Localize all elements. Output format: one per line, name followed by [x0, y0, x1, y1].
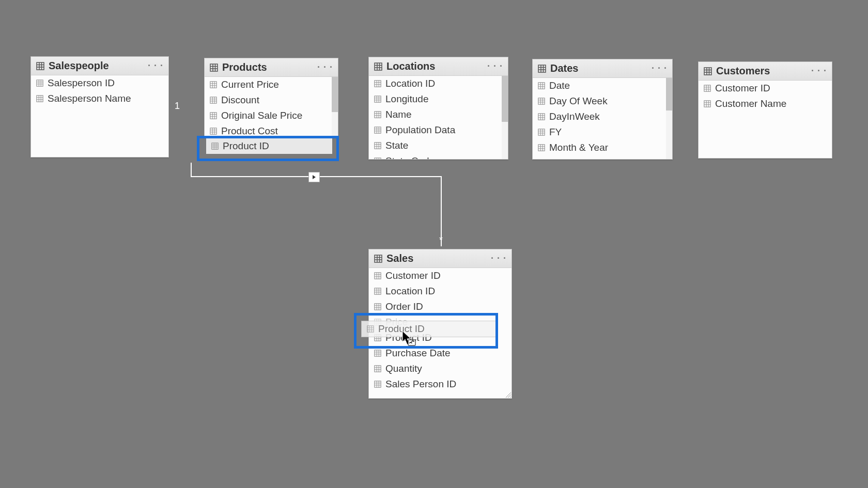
field-label: Quantity	[385, 363, 422, 374]
field-label: Month & Year	[549, 142, 608, 153]
svg-rect-25	[210, 97, 216, 103]
svg-rect-50	[375, 81, 381, 87]
field-sales-customer-id[interactable]: Customer ID	[369, 268, 512, 284]
scrollbar-thumb[interactable]	[502, 76, 508, 122]
table-title: Products	[222, 61, 267, 73]
field-salesperson-id[interactable]: Salesperson ID	[31, 75, 168, 91]
field-dayinweek[interactable]: DayInWeek	[533, 109, 672, 124]
svg-rect-90	[538, 98, 545, 104]
field-list[interactable]: Current Price Discount Original Sale Pri…	[205, 77, 338, 136]
field-sales-purchase-date[interactable]: Purchase Date	[369, 345, 512, 361]
model-canvas[interactable]: 1 * Salespeople · · · Salesperson ID Sal…	[0, 0, 868, 488]
table-options-icon[interactable]: · · ·	[491, 253, 506, 264]
table-icon	[704, 67, 712, 75]
field-name[interactable]: Name	[369, 107, 508, 122]
field-longitude[interactable]: Longitude	[369, 91, 508, 107]
column-icon	[36, 80, 43, 87]
column-icon	[538, 98, 545, 105]
table-header[interactable]: Products · · ·	[205, 58, 338, 77]
field-label: Product Cost	[221, 125, 278, 136]
field-sales-salesperson-id[interactable]: Sales Person ID	[369, 376, 512, 392]
column-icon	[211, 143, 219, 150]
table-header[interactable]: Locations · · ·	[369, 57, 508, 76]
svg-rect-115	[704, 85, 710, 91]
table-header[interactable]: Salespeople · · ·	[31, 57, 168, 75]
field-fy[interactable]: FY	[533, 124, 672, 140]
table-options-icon[interactable]: · · ·	[487, 61, 503, 72]
table-header[interactable]: Dates · · ·	[533, 59, 672, 78]
column-icon	[210, 97, 217, 104]
resize-grip-icon[interactable]	[506, 392, 511, 398]
table-customers[interactable]: Customers · · · Customer ID Customer Nam…	[698, 61, 832, 159]
field-day-of-week[interactable]: Day Of Week	[533, 93, 672, 109]
field-label: Customer ID	[715, 83, 770, 94]
field-label: Discount	[221, 95, 259, 106]
field-sales-location-id[interactable]: Location ID	[369, 284, 512, 299]
field-list[interactable]: Location ID Longitude Name Population Da…	[369, 76, 508, 159]
field-label: DayInWeek	[549, 111, 600, 122]
field-discount[interactable]: Discount	[205, 92, 338, 108]
table-products[interactable]: Products · · · Current Price Discount Or…	[204, 58, 338, 136]
field-label: State Code	[385, 155, 435, 159]
table-header[interactable]: Customers · · ·	[699, 62, 832, 81]
field-month-year[interactable]: Month & Year	[533, 140, 672, 155]
svg-rect-170	[367, 326, 374, 332]
table-options-icon[interactable]: · · ·	[652, 63, 667, 74]
field-label: Salesperson ID	[48, 77, 115, 89]
field-label: Longitude	[385, 93, 428, 105]
field-state[interactable]: State	[369, 138, 508, 153]
drag-ghost-label: Product ID	[378, 323, 425, 335]
column-icon	[374, 158, 381, 159]
table-options-icon[interactable]: · · ·	[148, 60, 163, 71]
field-list[interactable]: Customer ID Customer Name	[699, 81, 832, 158]
field-sales-quantity[interactable]: Quantity	[369, 361, 512, 376]
field-label: Purchase Date	[385, 348, 451, 359]
column-icon	[374, 142, 381, 149]
field-state-code[interactable]: State Code	[369, 153, 508, 159]
table-title: Customers	[716, 65, 770, 77]
svg-rect-30	[210, 113, 216, 119]
field-customer-name[interactable]: Customer Name	[699, 96, 832, 112]
field-list[interactable]: Salesperson ID Salesperson Name	[31, 75, 168, 157]
field-location-id[interactable]: Location ID	[369, 76, 508, 91]
column-icon	[374, 381, 381, 388]
field-population-data[interactable]: Population Data	[369, 122, 508, 138]
scrollbar-track[interactable]	[502, 76, 508, 159]
relationship-direction-icon[interactable]	[308, 172, 320, 182]
field-label: Original Sale Price	[221, 110, 302, 121]
scrollbar-track[interactable]	[332, 77, 338, 136]
table-options-icon[interactable]: · · ·	[811, 66, 827, 76]
field-label: Name	[385, 109, 412, 120]
svg-rect-70	[375, 143, 381, 149]
field-customer-id[interactable]: Customer ID	[699, 81, 832, 96]
table-locations[interactable]: Locations · · · Location ID Longitude Na…	[368, 57, 508, 160]
field-current-price[interactable]: Current Price	[205, 77, 338, 92]
table-title: Salespeople	[49, 60, 109, 72]
table-dates[interactable]: Dates · · · Date Day Of Week DayInWeek F…	[532, 59, 673, 160]
svg-rect-75	[375, 158, 381, 159]
svg-rect-35	[210, 128, 216, 134]
field-product-id-selected[interactable]: Product ID	[206, 138, 332, 154]
field-original-sale-price[interactable]: Original Sale Price	[205, 108, 338, 123]
field-date[interactable]: Date	[533, 78, 672, 93]
svg-rect-130	[375, 273, 381, 279]
svg-rect-15	[210, 64, 218, 71]
table-header[interactable]: Sales · · ·	[369, 249, 512, 268]
svg-rect-160	[375, 366, 381, 372]
column-icon	[374, 127, 381, 134]
scrollbar-thumb[interactable]	[332, 77, 338, 112]
scrollbar-thumb[interactable]	[666, 78, 672, 111]
field-sales-order-id[interactable]: Order ID	[369, 299, 512, 314]
table-title: Sales	[386, 253, 413, 264]
field-salesperson-name[interactable]: Salesperson Name	[31, 91, 168, 106]
svg-rect-80	[538, 65, 546, 72]
svg-rect-155	[375, 350, 381, 356]
table-salespeople[interactable]: Salespeople · · · Salesperson ID Salespe…	[30, 56, 169, 158]
svg-rect-45	[375, 63, 382, 70]
table-icon	[36, 62, 44, 70]
scrollbar-track[interactable]	[666, 78, 672, 159]
field-product-cost[interactable]: Product Cost	[205, 123, 338, 136]
field-list[interactable]: Date Day Of Week DayInWeek FY Month & Ye…	[533, 78, 672, 159]
svg-rect-105	[538, 145, 545, 151]
table-options-icon[interactable]: · · ·	[317, 62, 333, 73]
